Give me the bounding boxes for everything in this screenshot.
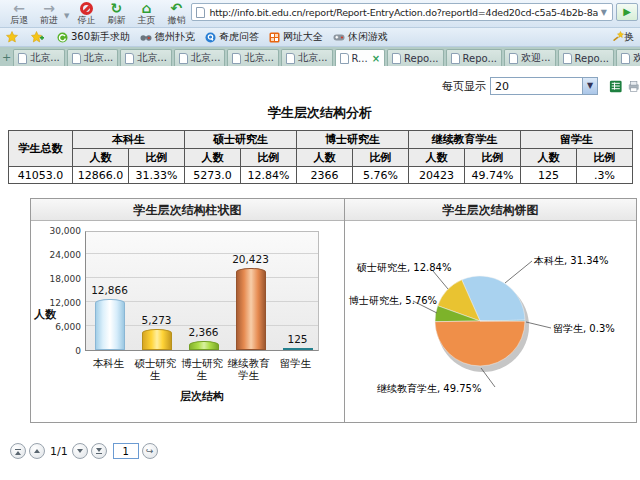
cell-value: 49.74%: [465, 167, 521, 184]
bookmark-label: 网址大全: [283, 30, 323, 44]
stop-icon: [80, 2, 93, 15]
refresh-button[interactable]: ↻ 刷新: [101, 1, 131, 25]
pie-chart-title: 学生层次结构饼图: [345, 199, 636, 221]
page-icon: [196, 7, 205, 18]
url-dropdown-icon[interactable]: ▼: [598, 8, 610, 17]
home-label: 主页: [137, 15, 155, 25]
col-doctoral: 博士研究生: [297, 131, 409, 149]
forward-button[interactable]: → 前进: [34, 1, 64, 25]
subcol-count: 人数: [521, 149, 577, 167]
bar-doctoral[interactable]: [189, 341, 219, 350]
per-page-label: 每页显示: [442, 79, 486, 94]
back-button[interactable]: ← 后退: [4, 1, 34, 25]
tab-welcome-1[interactable]: 欢迎...: [504, 49, 556, 66]
excel-export-icon[interactable]: [609, 79, 623, 94]
tab-report-3[interactable]: Repo...: [558, 49, 614, 66]
tab-bar: + 北京... 北京... 北京... 北京... 北京... 北京... R.…: [0, 47, 640, 66]
tab-label: Repo...: [404, 53, 438, 64]
triangle-down-icon: [96, 448, 102, 452]
bar-master[interactable]: [142, 329, 172, 350]
tab-beijing-6[interactable]: 北京...: [281, 49, 333, 66]
tab-welcome-2[interactable]: 欢迎...: [616, 49, 640, 66]
tab-label: 欢迎...: [521, 51, 551, 65]
bar-undergraduate[interactable]: [95, 299, 125, 350]
category-label: 留学生: [272, 357, 319, 381]
subcol-ratio: 比例: [465, 149, 521, 167]
subcol-ratio: 比例: [129, 149, 185, 167]
bar-slot: 125: [274, 232, 321, 350]
tab-label: Repo...: [575, 53, 609, 64]
bookmark-360-help[interactable]: 360新手求助: [57, 30, 130, 44]
new-tab-button[interactable]: +: [2, 51, 11, 66]
y-tick: 12,000: [37, 298, 81, 308]
undo-button[interactable]: ↶ 撤销: [161, 1, 191, 25]
tab-page-icon: [72, 53, 81, 64]
per-page-select[interactable]: 20 ▼: [490, 77, 598, 95]
tab-report-active[interactable]: R...×: [335, 49, 386, 66]
cell-value: 2366: [297, 167, 353, 184]
page-indicator: 1/1: [50, 445, 68, 458]
forward-label: 前进: [40, 15, 58, 25]
home-button[interactable]: ⌂ 主页: [131, 1, 161, 25]
col-total-students: 学生总数: [9, 131, 73, 167]
360-icon: [57, 32, 68, 43]
x-axis-categories: 本科生 硕士研究生 博士研究生 继续教育学生 留学生: [85, 357, 319, 381]
tab-page-icon: [563, 53, 572, 64]
bookmark-site-directory[interactable]: 网址大全: [269, 30, 323, 44]
page-number-input[interactable]: [113, 443, 139, 459]
tab-beijing-2[interactable]: 北京...: [67, 49, 119, 66]
tab-beijing-1[interactable]: 北京...: [13, 49, 65, 66]
favorites-button[interactable]: [6, 31, 21, 43]
bookmark-casual-games[interactable]: 休闲游戏: [333, 30, 388, 44]
tab-report-2[interactable]: Repo...: [446, 49, 502, 66]
tab-label: 北京...: [298, 51, 328, 65]
tab-page-icon: [340, 53, 349, 64]
prev-page-button[interactable]: [29, 443, 45, 459]
go-page-button[interactable]: ↪: [142, 443, 158, 459]
stop-button[interactable]: 停止: [71, 1, 101, 25]
bar-international[interactable]: [283, 348, 313, 350]
history-dropdown-icon[interactable]: ▼: [64, 12, 69, 20]
cell-value: 125: [521, 167, 577, 184]
bar-slot: 2,366: [180, 232, 227, 350]
tab-beijing-3[interactable]: 北京...: [120, 49, 172, 66]
bookmark-label: 360新手求助: [71, 30, 130, 44]
pie-chart-panel: 学生层次结构饼图 本科生, 31.34% 硕士研究生, 12.84% 博士研究生…: [345, 198, 637, 423]
url-text[interactable]: http://info.bit.edu.cn/report/Report-Ent…: [209, 7, 597, 18]
tab-label: 北京...: [244, 51, 274, 65]
bar-continuing-ed[interactable]: [236, 268, 266, 350]
chevron-down-icon: ▼: [582, 78, 597, 94]
back-icon: ←: [13, 1, 25, 15]
address-bar[interactable]: http://info.bit.edu.cn/report/Report-Ent…: [191, 3, 613, 21]
grid-icon: [269, 32, 280, 43]
go-arrow-icon: ↪: [146, 446, 154, 456]
add-favorite-button[interactable]: [31, 31, 47, 43]
refresh-label: 刷新: [107, 15, 125, 25]
table-row: 41053.0 12866.0 31.33% 5273.0 12.84% 236…: [9, 167, 633, 184]
subcol-ratio: 比例: [577, 149, 633, 167]
bar-value-label: 12,866: [86, 284, 133, 296]
go-button[interactable]: ▶: [616, 3, 638, 21]
change-skin-button[interactable]: 换: [612, 30, 634, 44]
close-tab-icon[interactable]: ×: [372, 53, 380, 64]
summary-table: 学生总数 本科生 硕士研究生 博士研究生 继续教育学生 留学生 人数 比例 人数…: [8, 130, 633, 184]
first-page-button[interactable]: [10, 443, 26, 459]
tab-beijing-4[interactable]: 北京...: [174, 49, 226, 66]
tab-beijing-5[interactable]: 北京...: [227, 49, 279, 66]
bookmark-poker[interactable]: 德州扑克: [140, 30, 195, 44]
cell-value: .3%: [577, 167, 633, 184]
bookmark-qihoo-qa[interactable]: 奇虎问答: [205, 30, 259, 44]
tab-label: 北京...: [191, 51, 221, 65]
next-page-button[interactable]: [72, 443, 88, 459]
first-page-icon: [15, 449, 21, 450]
pie-label-international: 留学生, 0.3%: [553, 322, 615, 336]
print-icon[interactable]: [627, 79, 640, 94]
undo-label: 撤销: [167, 15, 185, 25]
col-international: 留学生: [521, 131, 633, 149]
last-page-button[interactable]: [91, 443, 107, 459]
tab-report-1[interactable]: Repo...: [387, 49, 443, 66]
col-undergraduate: 本科生: [73, 131, 185, 149]
bookmarks-bar: 360新手求助 德州扑克 奇虎问答 网址大全 休闲游戏 换: [0, 28, 640, 47]
per-page-row: 每页显示 20 ▼: [0, 66, 640, 96]
triangle-up-icon: [34, 449, 40, 453]
